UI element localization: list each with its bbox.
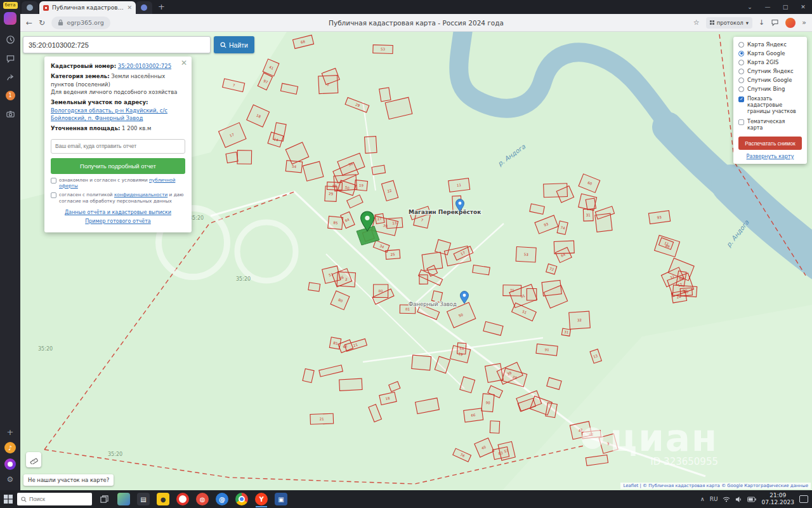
taskbar-app-blue[interactable]: ▣ bbox=[273, 491, 289, 507]
cadastral-parcel bbox=[339, 378, 362, 391]
new-tab-button[interactable]: + bbox=[158, 1, 165, 13]
privacy-consent-row[interactable]: согласен с политикой конфиденциальности … bbox=[51, 192, 185, 204]
village-label: Фанерный Завод bbox=[409, 301, 457, 307]
taskbar-app-notes[interactable]: ▤ bbox=[136, 491, 151, 507]
search-button[interactable]: Найти bbox=[214, 36, 254, 53]
share-arrow-icon[interactable] bbox=[4, 72, 16, 83]
tab-bar: Публичная кадастровая… ✕ + ⌄ — □ ✕ bbox=[20, 0, 812, 14]
taskbar-search[interactable] bbox=[17, 493, 92, 505]
taskbar-app-chrome[interactable] bbox=[234, 491, 249, 507]
volume-icon[interactable] bbox=[735, 496, 742, 503]
parcel-number: 13 bbox=[392, 221, 397, 225]
layer-option-yandex-map[interactable]: Карта Яндекс bbox=[738, 41, 802, 48]
extensions-chip[interactable]: протокол ▾ bbox=[706, 17, 752, 29]
window-controls: ⌄ — □ ✕ bbox=[741, 0, 812, 14]
toolbar-avatar[interactable] bbox=[785, 18, 796, 28]
expand-map-link[interactable]: Развернуть карту bbox=[738, 154, 802, 159]
wifi-icon[interactable] bbox=[723, 496, 730, 502]
minimize-button[interactable]: — bbox=[759, 0, 776, 14]
downloads-panel-icon[interactable]: ⌄ bbox=[741, 0, 759, 14]
taskbar-app-yellow[interactable]: ● bbox=[155, 491, 171, 507]
search-button-label: Найти bbox=[229, 41, 248, 49]
unchecked-checkbox-icon bbox=[738, 119, 744, 125]
parcel-address-link[interactable]: Вологодская область, р-н Кадуйский, с/с … bbox=[51, 107, 167, 121]
offer-consent-row[interactable]: ознакомлен и согласен с условиями публич… bbox=[51, 177, 185, 189]
cadastral-number-label: Кадастровый номер: bbox=[51, 63, 116, 69]
search-input[interactable] bbox=[23, 36, 211, 53]
watermark-logo bbox=[582, 427, 603, 449]
email-field[interactable] bbox=[51, 139, 185, 154]
map-attribution: Leaflet | © Публичная кадастровая карта … bbox=[620, 483, 811, 489]
cadastral-borders-toggle[interactable]: Показать кадастровые границы участков bbox=[738, 96, 802, 115]
notifications-badge[interactable]: 1 bbox=[6, 91, 15, 100]
address-bar[interactable]: egrp365.org bbox=[51, 17, 110, 29]
taskbar-search-input[interactable] bbox=[29, 496, 83, 502]
watermark: циан ID 323650955 bbox=[582, 423, 718, 467]
camera-icon[interactable] bbox=[4, 108, 16, 119]
parcel-number: 19 bbox=[359, 184, 364, 188]
parcel-number: 80 bbox=[379, 289, 384, 293]
pinned-tab[interactable] bbox=[22, 1, 38, 14]
start-button[interactable] bbox=[4, 495, 13, 504]
measure-tool-button[interactable] bbox=[26, 452, 41, 467]
layer-option-google-sat[interactable]: Спутник Google bbox=[738, 77, 802, 83]
privacy-checkbox[interactable] bbox=[51, 192, 56, 198]
close-button[interactable]: ✕ bbox=[794, 0, 812, 14]
permitted-use-value: Для ведения личного подсобного хозяйства bbox=[51, 89, 177, 95]
layer-option-google-map[interactable]: Карта Google bbox=[738, 50, 802, 57]
notification-center-icon[interactable] bbox=[799, 495, 808, 503]
print-snapshot-button[interactable]: Распечатать снимок bbox=[738, 137, 802, 150]
area-value: 1 200 кв.м bbox=[122, 125, 151, 131]
second-tab-favicon bbox=[141, 4, 147, 11]
report-sample-link[interactable]: Пример готового отчёта bbox=[85, 218, 151, 224]
language-indicator[interactable]: RU bbox=[710, 496, 718, 502]
privacy-link[interactable]: конфиденциальности bbox=[114, 192, 167, 197]
taskbar-app-widgets[interactable] bbox=[116, 491, 131, 507]
quarter-label: 35:20 bbox=[108, 451, 122, 457]
layer-option-yandex-sat[interactable]: Спутник Яндекс bbox=[738, 68, 802, 74]
collapse-panel-icon[interactable]: » bbox=[802, 18, 806, 27]
offer-consent-text: ознакомлен и согласен с условиями публич… bbox=[59, 177, 185, 189]
chat-icon[interactable] bbox=[771, 18, 779, 27]
refresh-icon[interactable]: ↻ bbox=[39, 19, 45, 27]
cadastral-number-link[interactable]: 35:20:0103002:725 bbox=[118, 63, 171, 69]
taskbar-app-opera[interactable] bbox=[175, 491, 190, 507]
watermark-brand: циан bbox=[610, 423, 718, 454]
offer-checkbox[interactable] bbox=[51, 178, 56, 184]
taskbar-app-red[interactable]: ◍ bbox=[195, 491, 210, 507]
beta-badge: бета bbox=[3, 2, 18, 9]
privacy-consent-text: согласен с политикой конфиденциальности … bbox=[59, 192, 185, 204]
tray-expand-icon[interactable]: ∧ bbox=[700, 496, 705, 502]
history-icon[interactable] bbox=[4, 34, 16, 45]
thematic-map-toggle[interactable]: Тематическая карта bbox=[738, 119, 802, 131]
settings-gear-icon[interactable]: ⚙ bbox=[7, 475, 14, 484]
get-report-button[interactable]: Получить подробный отчет bbox=[51, 158, 185, 174]
layer-option-2gis-map[interactable]: Карта 2GIS bbox=[738, 59, 802, 65]
tab-close-icon[interactable]: ✕ bbox=[127, 4, 132, 11]
bookmark-star-icon[interactable]: ☆ bbox=[693, 18, 700, 27]
panel-close-icon[interactable]: ✕ bbox=[181, 58, 187, 69]
taskbar-app-mail[interactable]: @ bbox=[214, 491, 230, 507]
second-tab[interactable] bbox=[136, 1, 152, 14]
parcel-number: 31 bbox=[586, 213, 591, 217]
radio-icon bbox=[738, 42, 744, 48]
active-tab[interactable]: Публичная кадастровая… ✕ bbox=[39, 1, 136, 14]
back-icon[interactable]: ← bbox=[26, 19, 32, 27]
music-icon[interactable]: ♪ bbox=[4, 442, 16, 453]
map-area[interactable]: 1718230531497412975468192934428076517239… bbox=[20, 32, 812, 490]
maximize-button[interactable]: □ bbox=[776, 0, 794, 14]
store-label: Магазин Перекрёсток bbox=[409, 209, 481, 215]
report-contents-link[interactable]: Данные отчёта и кадастровые выписки bbox=[65, 210, 171, 215]
messenger-icon[interactable] bbox=[4, 53, 16, 64]
grid-icon bbox=[710, 20, 714, 25]
task-view-button[interactable] bbox=[96, 491, 112, 507]
taskbar-clock[interactable]: 21:09 07.12.2023 bbox=[761, 492, 794, 506]
alice-icon[interactable] bbox=[4, 458, 16, 470]
layer-option-bing-sat[interactable]: Спутник Bing bbox=[738, 86, 802, 92]
profile-avatar[interactable] bbox=[4, 12, 16, 25]
downloads-icon[interactable]: ↓ bbox=[759, 18, 764, 27]
radio-icon bbox=[738, 86, 744, 92]
battery-icon[interactable] bbox=[747, 497, 756, 502]
add-panel-icon[interactable]: + bbox=[7, 427, 14, 437]
taskbar-app-yandex-browser[interactable]: Y bbox=[254, 491, 269, 507]
